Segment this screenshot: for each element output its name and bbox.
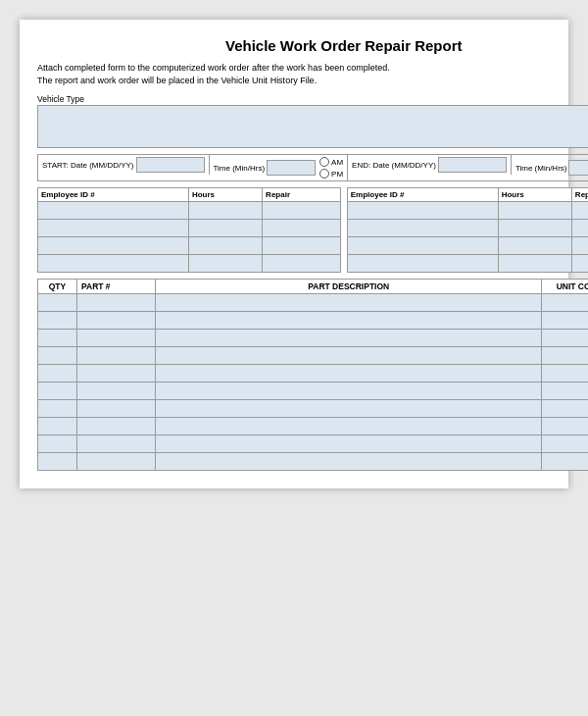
table-row (38, 220, 341, 237)
end-time-cell: Time (Min/Hrs) AM PM (512, 155, 588, 180)
table-row (38, 347, 589, 365)
datetime-row: START: Date (MM/DD/YY) Time (Min/Hrs) AM… (37, 154, 588, 181)
table-row (38, 294, 589, 312)
end-time-input[interactable] (568, 160, 588, 176)
end-time-label: Time (Min/Hrs) (515, 164, 567, 173)
emp-id-header-left: Employee ID # (38, 188, 189, 202)
vehicle-type-label: Vehicle Type (37, 94, 588, 104)
table-row (38, 400, 589, 418)
emp-repair-header-left: Repair (263, 188, 341, 202)
table-row (38, 237, 341, 255)
page: Vehicle Work Order Repair Report Attach … (20, 20, 568, 488)
col-unit-header: UNIT COST (542, 280, 588, 294)
table-row (38, 365, 589, 383)
table-row (38, 202, 341, 220)
table-row (347, 220, 588, 237)
emp-hours-header-right: Hours (498, 188, 571, 202)
table-row (38, 255, 341, 273)
col-desc-header: PART DESCRIPTION (156, 280, 542, 294)
start-time-cell: Time (Min/Hrs) AM PM (210, 155, 349, 180)
emp-id-header-right: Employee ID # (347, 188, 498, 202)
start-ampm: AM PM (319, 157, 343, 179)
col-qty-header: QTY (38, 280, 77, 294)
subtitle: Attach completed form to the computerize… (37, 62, 588, 86)
table-row (38, 418, 589, 435)
start-pm-radio[interactable] (319, 169, 329, 179)
start-date-input[interactable] (136, 157, 205, 173)
start-am-radio[interactable] (319, 157, 329, 167)
end-date-input[interactable] (438, 157, 507, 173)
emp-repair-header-right: Repair (571, 188, 588, 202)
table-row (38, 435, 589, 453)
employee-table-left: Employee ID # Hours Repair (37, 187, 341, 273)
vehicle-type-section: Vehicle Type (37, 94, 588, 148)
table-row (38, 383, 589, 400)
page-title: Vehicle Work Order Repair Report (37, 37, 588, 54)
parts-section: QTY PART # PART DESCRIPTION UNIT COST HO… (37, 279, 588, 471)
parts-table: QTY PART # PART DESCRIPTION UNIT COST HO… (37, 279, 588, 471)
table-row (347, 237, 588, 255)
start-time-label: Time (Min/Hrs) (214, 164, 266, 173)
left-column: Vehicle Work Order Repair Report Attach … (37, 37, 588, 471)
employee-section: Employee ID # Hours Repair (37, 187, 588, 273)
table-row (347, 255, 588, 273)
start-pm-option[interactable]: PM (319, 169, 343, 179)
start-date-label: START: Date (MM/DD/YY) (42, 161, 134, 170)
col-part-header: PART # (77, 280, 156, 294)
table-row (347, 202, 588, 220)
vehicle-type-input[interactable] (37, 105, 588, 148)
table-row (38, 453, 589, 471)
start-am-option[interactable]: AM (319, 157, 343, 167)
end-date-cell: END: Date (MM/DD/YY) (348, 155, 512, 175)
table-row (38, 312, 589, 330)
emp-hours-header-left: Hours (188, 188, 262, 202)
start-time-input[interactable] (267, 160, 316, 176)
main-layout: Vehicle Work Order Repair Report Attach … (37, 37, 551, 471)
employee-table-right: Employee ID # Hours Repair (347, 187, 588, 273)
start-date-cell: START: Date (MM/DD/YY) (38, 155, 210, 175)
end-date-label: END: Date (MM/DD/YY) (352, 161, 436, 170)
table-row (38, 330, 589, 347)
